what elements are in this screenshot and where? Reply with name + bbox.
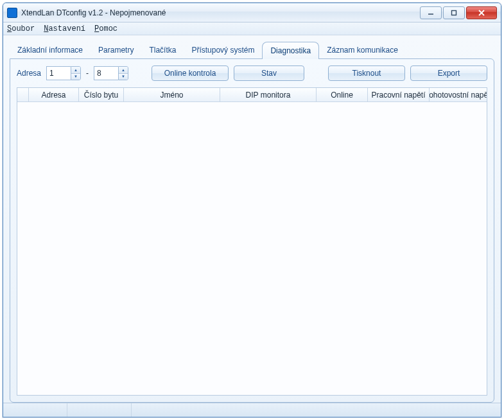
address-to-input[interactable] bbox=[94, 66, 118, 80]
tab-buttons[interactable]: Tlačítka bbox=[141, 42, 184, 58]
grid-col-flatnum[interactable]: Číslo bytu bbox=[79, 88, 124, 101]
app-icon bbox=[7, 8, 17, 18]
titlebar: XtendLan DTconfig v1.2 - Nepojmenované bbox=[3, 3, 501, 22]
range-dash: - bbox=[86, 69, 89, 78]
maximize-button[interactable] bbox=[443, 6, 465, 19]
spin-down-icon[interactable]: ▼ bbox=[119, 74, 128, 80]
diagnostics-grid: Adresa Číslo bytu Jméno DIP monitora Onl… bbox=[17, 87, 487, 396]
status-pane-1 bbox=[3, 403, 67, 417]
address-to-spin-buttons: ▲ ▼ bbox=[118, 66, 128, 80]
grid-header: Adresa Číslo bytu Jméno DIP monitora Onl… bbox=[17, 88, 487, 102]
print-button[interactable]: Tisknout bbox=[328, 66, 405, 81]
close-button[interactable] bbox=[466, 6, 497, 19]
grid-col-dip[interactable]: DIP monitora bbox=[220, 88, 317, 101]
tab-commlog[interactable]: Záznam komunikace bbox=[319, 42, 406, 58]
tab-panel-diagnostics: Adresa ▲ ▼ - ▲ ▼ Onl bbox=[10, 58, 494, 403]
tab-parameters[interactable]: Parametry bbox=[91, 42, 141, 58]
address-to-spin: ▲ ▼ bbox=[94, 66, 128, 80]
menubar: Soubor Nastavení Pomoc bbox=[3, 22, 501, 35]
spin-up-icon[interactable]: ▲ bbox=[119, 67, 128, 74]
tab-basic-info[interactable]: Základní informace bbox=[10, 42, 91, 58]
tab-access[interactable]: Přístupový systém bbox=[184, 42, 262, 58]
address-from-input[interactable] bbox=[46, 66, 71, 80]
state-button[interactable]: Stav bbox=[234, 66, 304, 81]
menu-settings[interactable]: Nastavení bbox=[44, 24, 85, 33]
address-from-spin-buttons: ▲ ▼ bbox=[71, 66, 81, 80]
address-label: Adresa bbox=[17, 69, 41, 78]
menu-file[interactable]: Soubor bbox=[7, 24, 35, 33]
tabstrip: Základní informace Parametry Tlačítka Př… bbox=[10, 42, 494, 58]
minimize-button[interactable] bbox=[420, 6, 442, 19]
client-area: Základní informace Parametry Tlačítka Př… bbox=[3, 35, 501, 403]
diag-toolbar: Adresa ▲ ▼ - ▲ ▼ Onl bbox=[17, 66, 487, 81]
status-pane-3 bbox=[132, 403, 501, 417]
grid-col-address[interactable]: Adresa bbox=[29, 88, 79, 101]
grid-body[interactable] bbox=[17, 102, 487, 395]
address-from-spin: ▲ ▼ bbox=[46, 66, 81, 80]
svg-rect-1 bbox=[452, 10, 456, 15]
grid-col-online[interactable]: Online bbox=[317, 88, 368, 101]
menu-help[interactable]: Pomoc bbox=[94, 24, 117, 33]
online-check-button[interactable]: Online kontrola bbox=[152, 66, 229, 81]
status-pane-2 bbox=[67, 403, 132, 417]
window-title: XtendLan DTconfig v1.2 - Nepojmenované bbox=[21, 8, 420, 17]
tab-diagnostics[interactable]: Diagnostika bbox=[262, 42, 319, 59]
grid-col-name[interactable]: Jméno bbox=[124, 88, 220, 101]
spin-down-icon[interactable]: ▼ bbox=[71, 74, 80, 80]
window-buttons bbox=[420, 6, 497, 19]
grid-col-idle-volt[interactable]: Pohotovostní napětí bbox=[430, 88, 487, 101]
app-window: XtendLan DTconfig v1.2 - Nepojmenované S… bbox=[3, 3, 501, 417]
statusbar bbox=[3, 403, 501, 417]
grid-col-work-volt[interactable]: Pracovní napětí bbox=[368, 88, 430, 101]
spin-up-icon[interactable]: ▲ bbox=[71, 67, 80, 74]
grid-col-selector[interactable] bbox=[17, 88, 29, 101]
export-button[interactable]: Export bbox=[410, 66, 487, 81]
